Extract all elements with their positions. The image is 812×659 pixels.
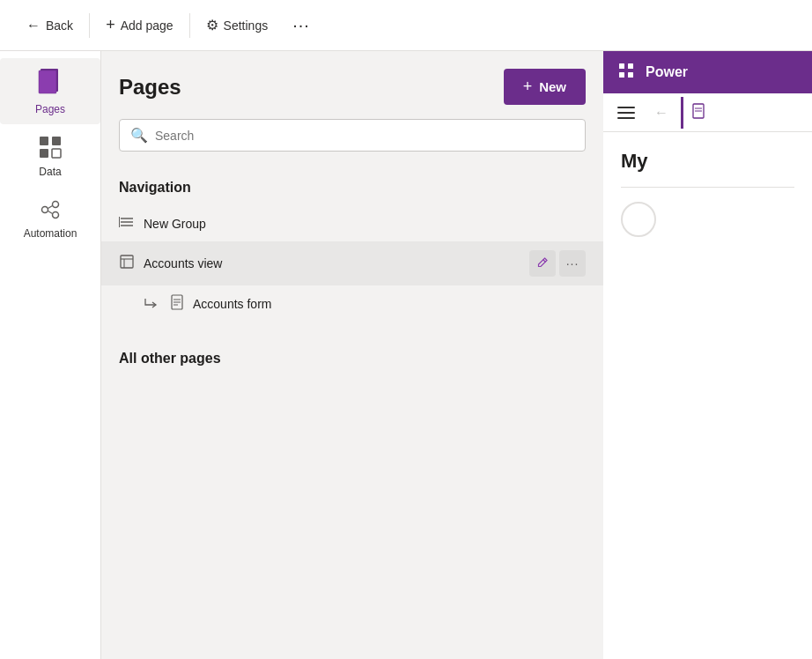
right-panel: Power ← (603, 51, 812, 659)
new-group-label: New Group (144, 217, 586, 231)
svg-rect-5 (52, 149, 61, 158)
svg-rect-26 (628, 72, 633, 78)
accounts-view-icon (119, 254, 135, 273)
nav-back-button[interactable]: ← (646, 97, 677, 129)
accounts-view-item[interactable]: Accounts view ··· (101, 241, 603, 285)
power-content: My (603, 132, 812, 659)
search-container: 🔍 (101, 119, 603, 162)
svg-rect-3 (52, 137, 61, 145)
settings-label: Settings (224, 19, 269, 33)
toolbar: ← Back + Add page ⚙ Settings ··· (0, 0, 812, 51)
svg-line-9 (48, 206, 53, 209)
sidebar-item-data[interactable]: Data (0, 126, 100, 187)
sidebar-item-pages[interactable]: Pages (0, 58, 100, 124)
settings-button[interactable]: ⚙ Settings (194, 10, 281, 41)
accounts-form-page-icon (170, 294, 184, 314)
pencil-icon (536, 256, 549, 271)
svg-point-6 (42, 207, 48, 213)
svg-rect-23 (619, 63, 624, 69)
data-icon (38, 135, 63, 166)
sidebar: Pages Data (0, 51, 101, 659)
svg-rect-4 (40, 149, 48, 158)
add-page-button[interactable]: + Add page (93, 9, 185, 41)
more-button[interactable]: ··· (280, 8, 322, 42)
accounts-form-item[interactable]: Accounts form (101, 285, 603, 322)
pages-title: Pages (119, 75, 181, 100)
back-label: Back (46, 19, 73, 33)
power-header: Power (603, 51, 812, 93)
svg-rect-25 (619, 72, 624, 78)
svg-rect-1 (39, 70, 56, 93)
svg-rect-24 (628, 63, 633, 69)
main-area: Pages Data (0, 51, 812, 659)
accounts-form-label: Accounts form (193, 297, 271, 311)
edit-button[interactable] (529, 250, 556, 277)
svg-rect-2 (40, 137, 48, 145)
gear-icon: ⚙ (206, 17, 218, 33)
nav-page-button[interactable] (681, 97, 712, 129)
search-icon: 🔍 (130, 127, 148, 144)
data-label: Data (39, 166, 61, 178)
accounts-view-label: Accounts view (144, 256, 520, 270)
group-icon (119, 215, 135, 233)
more-options-button[interactable]: ··· (559, 250, 586, 277)
power-nav-bar: ← (603, 93, 812, 132)
other-pages-title: All other pages (101, 333, 603, 374)
hamburger-icon (617, 107, 635, 119)
ellipsis-horizontal-icon: ··· (566, 256, 579, 270)
add-page-label: Add page (121, 19, 173, 33)
svg-point-7 (53, 202, 59, 208)
svg-line-10 (48, 211, 53, 214)
new-button-label: New (539, 79, 566, 94)
search-box: 🔍 (119, 119, 586, 152)
pages-label: Pages (35, 103, 65, 115)
pages-header: Pages + New (101, 51, 603, 119)
back-button[interactable]: ← Back (14, 11, 85, 41)
power-page-title: My (621, 150, 794, 173)
pages-icon (37, 67, 63, 103)
indent-arrow-icon (144, 296, 158, 313)
power-circle-element (621, 202, 656, 237)
automation-label: Automation (24, 227, 78, 240)
accounts-view-actions: ··· (529, 250, 586, 277)
toolbar-divider-2 (189, 13, 190, 38)
search-input[interactable] (155, 129, 574, 143)
power-title: Power (646, 64, 688, 80)
automation-icon (38, 197, 63, 227)
power-divider (621, 187, 794, 188)
pages-panel: Pages + New 🔍 Navigation (101, 51, 603, 659)
navigation-section-title: Navigation (101, 173, 603, 206)
plus-icon: + (106, 16, 115, 34)
new-button[interactable]: + New (504, 69, 586, 105)
toolbar-divider-1 (89, 13, 90, 38)
ellipsis-icon: ··· (292, 15, 310, 35)
new-group-item[interactable]: New Group (101, 206, 603, 241)
navigation-section: Navigation New Group (101, 162, 603, 333)
new-plus-icon: + (523, 78, 533, 96)
svg-rect-15 (121, 255, 133, 268)
hamburger-menu-button[interactable] (610, 97, 642, 129)
sidebar-item-automation[interactable]: Automation (0, 189, 100, 248)
nav-page-icon (691, 103, 705, 122)
nav-back-arrow-icon: ← (654, 105, 668, 121)
all-other-pages-section: All other pages (101, 333, 603, 374)
back-arrow-icon: ← (26, 18, 41, 33)
svg-point-8 (53, 212, 59, 218)
power-apps-grid-icon (617, 62, 635, 84)
svg-line-18 (543, 259, 546, 262)
